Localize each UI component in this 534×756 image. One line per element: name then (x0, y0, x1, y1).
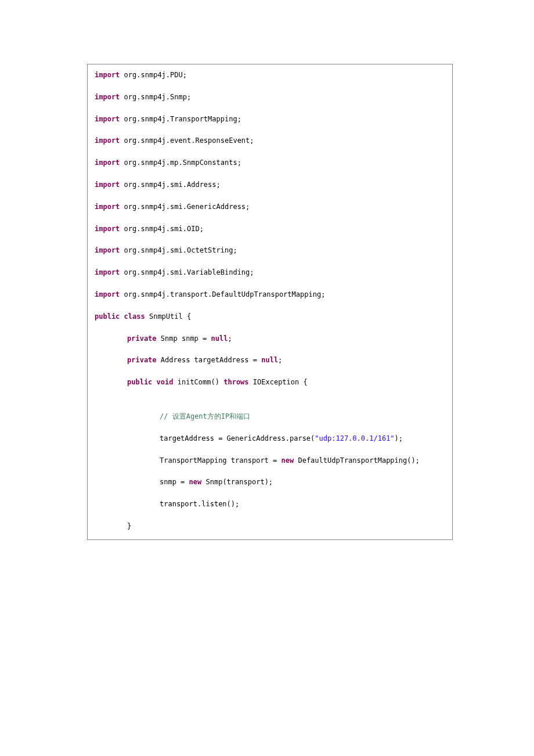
code-text: snmp = (160, 478, 189, 486)
code-text: org.snmp4j.Snmp; (120, 93, 191, 101)
code-line: import org.snmp4j.PDU; (95, 70, 445, 80)
code-text: org.snmp4j.transport.DefaultUdpTransport… (120, 290, 325, 298)
code-text: org.snmp4j.smi.GenericAddress; (120, 203, 250, 211)
keyword: import (95, 203, 120, 211)
code-text: org.snmp4j.smi.OID; (120, 225, 204, 233)
keyword: import (95, 246, 120, 254)
code-line: import org.snmp4j.Snmp; (95, 92, 445, 102)
keyword: void (157, 378, 174, 386)
code-text: org.snmp4j.smi.VariableBinding; (120, 268, 254, 276)
keyword: import (95, 159, 120, 167)
code-text: org.snmp4j.smi.Address; (120, 181, 220, 189)
code-text: org.snmp4j.mp.SnmpConstants; (120, 159, 241, 167)
code-text: ); (395, 434, 403, 442)
code-block: import org.snmp4j.PDU; import org.snmp4j… (87, 64, 453, 540)
keyword: null (261, 356, 278, 364)
keyword: private (127, 334, 157, 343)
keyword: throws (223, 378, 248, 386)
keyword: public (95, 312, 120, 321)
keyword: import (95, 136, 120, 145)
code-text: transport.listen(); (160, 500, 239, 508)
code-line: public class SnmpUtil { (95, 312, 445, 322)
keyword: import (95, 181, 120, 189)
code-text: } (127, 522, 131, 530)
code-text: DefaultUdpTransportMapping(); (294, 456, 420, 465)
code-line: import org.snmp4j.transport.DefaultUdpTr… (95, 290, 445, 300)
code-line: snmp = new Snmp(transport); (95, 477, 445, 487)
keyword: import (95, 290, 120, 298)
code-line: import org.snmp4j.smi.VariableBinding; (95, 268, 445, 278)
keyword: public (127, 378, 152, 386)
code-line: import org.snmp4j.TransportMapping; (95, 114, 445, 124)
code-text: ; (278, 356, 282, 364)
code-text: SnmpUtil { (145, 312, 191, 321)
keyword: import (95, 93, 120, 101)
keyword: new (189, 478, 202, 486)
code-line: import org.snmp4j.smi.OID; (95, 224, 445, 234)
document-page: import org.snmp4j.PDU; import org.snmp4j… (0, 0, 534, 604)
keyword: new (282, 456, 294, 465)
keyword: class (124, 312, 145, 321)
code-line: private Snmp snmp = null; (95, 334, 445, 344)
code-line: private Address targetAddress = null; (95, 355, 445, 365)
code-text: initComm() (174, 378, 224, 386)
code-line: import org.snmp4j.smi.OctetString; (95, 246, 445, 255)
keyword: import (95, 115, 120, 123)
keyword: private (127, 356, 157, 364)
keyword: import (95, 268, 120, 276)
code-text: Snmp snmp = (157, 334, 211, 343)
code-line: public void initComm() throws IOExceptio… (95, 377, 445, 387)
code-text: org.snmp4j.TransportMapping; (120, 115, 241, 123)
code-text: IOException { (249, 378, 308, 386)
code-line: import org.snmp4j.event.ResponseEvent; (95, 136, 445, 146)
code-comment: // 设置Agent方的IP和端口 (160, 412, 250, 420)
keyword: null (211, 334, 228, 343)
code-text: org.snmp4j.event.ResponseEvent; (120, 136, 254, 145)
code-line: import org.snmp4j.smi.Address; (95, 180, 445, 190)
code-line: // 设置Agent方的IP和端口 (95, 412, 445, 422)
code-text: Snmp(transport); (201, 478, 273, 486)
code-line: } (95, 521, 445, 531)
code-line: import org.snmp4j.mp.SnmpConstants; (95, 158, 445, 168)
code-text: org.snmp4j.smi.OctetString; (120, 246, 237, 254)
code-text: TransportMapping transport = (160, 456, 282, 465)
code-line: TransportMapping transport = new Default… (95, 456, 445, 466)
code-line: transport.listen(); (95, 499, 445, 509)
keyword: import (95, 225, 120, 233)
keyword: import (95, 71, 120, 79)
code-string: "udp:127.0.0.1/161" (315, 434, 394, 442)
code-text: Address targetAddress = (157, 356, 262, 364)
code-text: ; (228, 334, 232, 343)
code-line: targetAddress = GenericAddress.parse("ud… (95, 434, 445, 444)
code-text: targetAddress = GenericAddress.parse( (160, 434, 315, 442)
code-line: import org.snmp4j.smi.GenericAddress; (95, 202, 445, 212)
code-text: org.snmp4j.PDU; (120, 71, 187, 79)
